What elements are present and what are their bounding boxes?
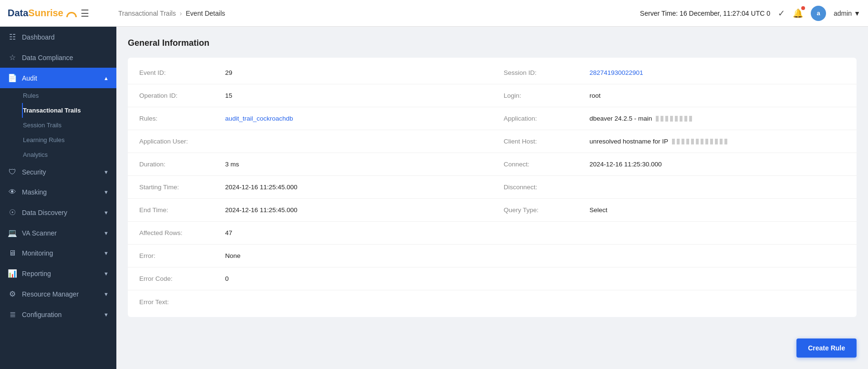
rules-label: Rules: [139,115,225,122]
main-content: General Information Event ID: 29 Session… [116,27,868,369]
disconnect-cell: Disconnect: [492,176,857,198]
duration-label: Duration: [139,161,225,168]
sidebar-item-monitoring[interactable]: 🖥 Monitoring ▼ [0,243,116,263]
avatar[interactable]: a [811,6,826,21]
login-value: root [589,92,600,99]
error-code-cell: Error Code: 0 [128,267,492,290]
session-trails-label: Session Trails [23,122,62,129]
dashboard-icon: ☷ [8,32,17,41]
end-time-label: End Time: [139,206,225,214]
configuration-icon: ≣ [8,310,17,319]
starting-time-cell: Starting Time: 2024-12-16 11:25:45.000 [128,176,492,198]
sidebar-item-resource-manager[interactable]: ⚙ Resource Manager ▼ [0,284,116,304]
create-rule-button[interactable]: Create Rule [796,338,857,358]
error-code-value: 0 [225,275,229,282]
app-body: ☷ Dashboard ☆ Data Compliance 📄 Audit ▲ … [0,27,868,369]
connect-cell: Connect: 2024-12-16 11:25:30.000 [492,153,857,175]
audit-submenu: Rules Transactional Trails Session Trail… [0,88,116,162]
table-row: End Time: 2024-12-16 11:25:45.000 Query … [128,199,857,222]
breadcrumb-parent[interactable]: Transactional Trails [118,10,176,17]
end-time-cell: End Time: 2024-12-16 11:25:45.000 [128,199,492,221]
sidebar-item-transactional-trails[interactable]: Transactional Trails [22,103,116,118]
affected-rows-cell: Affected Rows: 47 [128,222,492,244]
error-text-cell: Error Text: [128,290,492,313]
rules-value[interactable]: audit_trail_cockroachdb [225,115,293,122]
table-row: Duration: 3 ms Connect: 2024-12-16 11:25… [128,153,857,176]
info-grid: Event ID: 29 Session ID: 282741930022901… [128,58,857,317]
error-text-right [492,290,857,313]
sidebar-item-security[interactable]: 🛡 Security ▼ [0,162,116,182]
reporting-chevron-icon: ▼ [103,271,109,277]
sidebar-item-va-scanner[interactable]: 💻 VA Scanner ▼ [0,223,116,243]
monitoring-chevron-icon: ▼ [103,250,109,256]
table-row: Event ID: 29 Session ID: 282741930022901 [128,62,857,84]
session-id-value[interactable]: 282741930022901 [589,69,643,76]
user-menu[interactable]: admin ▼ [834,10,860,17]
error-text-label: Error Text: [139,298,225,306]
operation-id-label: Operation ID: [139,92,225,99]
sidebar-label-audit: Audit [22,74,99,82]
sidebar-item-reporting[interactable]: 📊 Reporting ▼ [0,263,116,284]
duration-cell: Duration: 3 ms [128,153,492,175]
header: DataSunrise ☰ Transactional Trails › Eve… [0,0,868,27]
resource-manager-chevron-icon: ▼ [103,291,109,297]
sidebar-item-data-discovery[interactable]: ☉ Data Discovery ▼ [0,202,116,223]
connect-label: Connect: [504,161,589,168]
sidebar-item-session-trails[interactable]: Session Trails [22,118,116,133]
configuration-chevron-icon: ▼ [103,312,109,318]
checkmark-icon[interactable]: ✓ [778,8,785,19]
rules-cell: Rules: audit_trail_cockroachdb [128,107,492,130]
duration-value: 3 ms [225,161,239,168]
query-type-cell: Query Type: Select [492,199,857,221]
sidebar-item-configuration[interactable]: ≣ Configuration ▼ [0,304,116,325]
reporting-icon: 📊 [8,269,17,278]
event-id-label: Event ID: [139,69,225,76]
error-code-right [492,267,857,290]
breadcrumb-current: Event Details [186,10,225,17]
app-user-cell: Application User: [128,130,492,153]
operation-id-value: 15 [225,92,232,99]
menu-icon[interactable]: ☰ [81,8,89,19]
data-compliance-icon: ☆ [8,53,17,62]
table-row: Affected Rows: 47 [128,222,857,245]
session-id-label: Session ID: [504,69,589,76]
sidebar-label-data-discovery: Data Discovery [22,209,99,216]
analytics-label: Analytics [23,151,48,158]
logo-arc-icon [66,12,77,17]
starting-time-value: 2024-12-16 11:25:45.000 [225,184,298,191]
security-chevron-icon: ▼ [103,169,109,175]
learning-rules-label: Learning Rules [23,136,64,144]
chevron-down-icon: ▼ [854,10,860,17]
error-cell: Error: None [128,245,492,267]
client-host-label: Client Host: [504,138,589,145]
error-label: Error: [139,252,225,259]
sidebar-item-masking[interactable]: 👁 Masking ▼ [0,182,116,202]
login-cell: Login: root [492,84,857,107]
sidebar-item-rules[interactable]: Rules [22,88,116,103]
audit-chevron-icon: ▲ [103,75,109,81]
security-icon: 🛡 [8,168,17,176]
bell-icon[interactable]: 🔔 [793,8,803,19]
sidebar-item-analytics[interactable]: Analytics [22,147,116,162]
affected-rows-value: 47 [225,229,232,236]
application-blur [656,116,694,122]
sidebar-item-learning-rules[interactable]: Learning Rules [22,133,116,147]
event-id-value: 29 [225,69,232,76]
query-type-label: Query Type: [504,206,589,214]
section-title: General Information [128,38,857,48]
data-discovery-chevron-icon: ▼ [103,210,109,215]
sidebar-label-masking: Masking [22,188,99,196]
sidebar-item-audit[interactable]: 📄 Audit ▲ [0,68,116,88]
breadcrumb: Transactional Trails › Event Details [103,10,640,17]
affected-rows-label: Affected Rows: [139,229,225,236]
sidebar-item-data-compliance[interactable]: ☆ Data Compliance [0,47,116,68]
masking-chevron-icon: ▼ [103,189,109,195]
table-row: Error Text: [128,290,857,313]
va-scanner-chevron-icon: ▼ [103,230,109,236]
rules-label: Rules [23,92,39,99]
table-row: Operation ID: 15 Login: root [128,84,857,107]
logo: DataSunrise ☰ [8,8,103,19]
error-value: None [225,252,240,259]
sidebar-item-dashboard[interactable]: ☷ Dashboard [0,27,116,47]
sidebar: ☷ Dashboard ☆ Data Compliance 📄 Audit ▲ … [0,27,116,369]
